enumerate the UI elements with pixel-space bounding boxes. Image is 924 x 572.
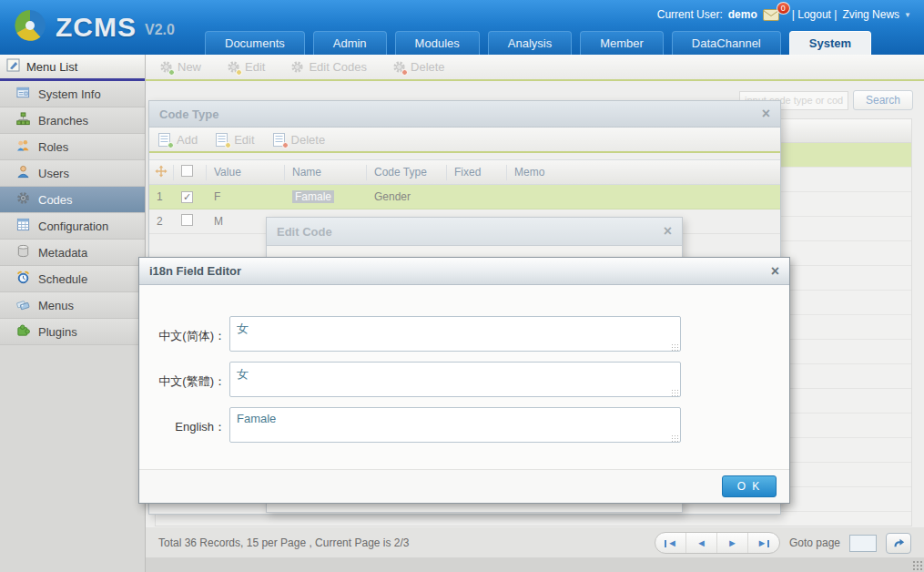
i18n-dialog-footer: O K xyxy=(139,469,789,503)
tab-modules[interactable]: Modules xyxy=(395,31,480,55)
sidebar-item-label: Menus xyxy=(38,299,74,312)
mail-count-badge: 0 xyxy=(777,2,790,15)
sidebar-item-users[interactable]: Users xyxy=(0,160,145,187)
menus-icon xyxy=(16,297,30,313)
zcms-logo-icon xyxy=(13,8,47,46)
records-summary: Total 36 Records, 15 per Page , Current … xyxy=(158,536,410,549)
tab-analysis[interactable]: Analysis xyxy=(488,31,572,55)
i18n-dialog-titlebar[interactable]: i18n Field Editor × xyxy=(139,258,789,285)
configuration-icon xyxy=(16,218,30,234)
sidebar-item-branches[interactable]: Branches xyxy=(0,107,145,134)
sidebar-title: Menu List xyxy=(26,60,77,74)
metadata-icon xyxy=(16,244,30,260)
status-bar: Total 36 Records, 15 per Page , Current … xyxy=(146,527,924,557)
zh-cn-label: 中文(简体)： xyxy=(139,328,226,344)
next-page-icon: ► xyxy=(727,537,737,548)
users-icon xyxy=(16,165,30,181)
sidebar-item-configuration[interactable]: Configuration xyxy=(0,213,145,240)
sidebar-item-system-info[interactable]: System Info xyxy=(0,81,145,107)
zh-tw-label: 中文(繁體)： xyxy=(139,373,226,390)
news-dropdown[interactable]: Zving News ▼ xyxy=(842,8,911,21)
sidebar-item-codes[interactable]: Codes xyxy=(0,187,145,213)
i18n-form: 中文(简体)： 女 中文(繁體)： 女 English： Famale xyxy=(139,285,789,469)
sidebar-item-schedule[interactable]: Schedule xyxy=(0,266,145,292)
go-arrow-icon xyxy=(893,538,905,548)
main-nav-tabs: Documents Admin Modules Analysis Member … xyxy=(205,31,871,55)
top-header: ZCMS V2.0 Current User: demo 0 | Logout … xyxy=(0,0,924,55)
sidebar: Menu List System Info Branches Roles Use… xyxy=(0,55,146,572)
sidebar-item-roles[interactable]: Roles xyxy=(0,134,145,160)
system-info-icon xyxy=(16,86,30,102)
next-page-button[interactable]: ► xyxy=(717,533,748,553)
goto-page-input[interactable] xyxy=(849,535,877,552)
sidebar-item-label: Schedule xyxy=(38,272,87,286)
i18n-field-editor-dialog: i18n Field Editor × 中文(简体)： 女 中文(繁體)： 女 … xyxy=(138,257,790,504)
menu-list-icon xyxy=(6,58,21,76)
sidebar-item-label: Roles xyxy=(38,140,68,154)
branches-icon xyxy=(16,112,30,128)
i18n-dialog-title: i18n Field Editor xyxy=(149,264,241,278)
tab-documents[interactable]: Documents xyxy=(205,31,305,55)
field-row-zh-cn: 中文(简体)： 女 xyxy=(139,316,789,355)
schedule-icon xyxy=(16,271,30,287)
sidebar-item-label: System Info xyxy=(38,87,101,101)
window-resize-grip[interactable] xyxy=(912,560,922,570)
codes-gear-icon xyxy=(16,191,30,208)
tab-datachannel[interactable]: DataChannel xyxy=(672,31,781,55)
sidebar-item-label: Codes xyxy=(38,193,73,207)
last-page-icon: ► xyxy=(757,537,767,548)
last-page-button[interactable]: ► xyxy=(748,533,779,553)
pagination: ◄ ◄ ► ► Goto page xyxy=(655,532,911,554)
i18n-close-icon[interactable]: × xyxy=(771,264,779,279)
ok-button[interactable]: O K xyxy=(722,475,777,497)
current-user-label: Current User: xyxy=(657,8,723,21)
sidebar-item-plugins[interactable]: Plugins xyxy=(0,319,145,345)
sidebar-item-label: Configuration xyxy=(38,220,108,233)
zcms-logo: ZCMS V2.0 xyxy=(13,8,175,46)
resize-grip-icon[interactable] xyxy=(671,434,678,442)
zcms-application-window: ZCMS V2.0 Current User: demo 0 | Logout … xyxy=(0,0,924,572)
tab-member[interactable]: Member xyxy=(580,31,664,55)
first-page-button[interactable]: ◄ xyxy=(655,533,686,553)
goto-page-label: Goto page xyxy=(789,536,840,549)
chevron-down-icon: ▼ xyxy=(904,11,911,19)
english-textarea[interactable]: Famale xyxy=(229,407,681,443)
bottom-strip xyxy=(146,557,924,572)
sidebar-item-metadata[interactable]: Metadata xyxy=(0,240,145,266)
zh-tw-textarea[interactable]: 女 xyxy=(229,362,681,397)
tab-admin[interactable]: Admin xyxy=(313,31,387,55)
field-row-zh-tw: 中文(繁體)： 女 xyxy=(139,362,789,401)
first-page-icon: ◄ xyxy=(667,537,677,548)
english-label: English： xyxy=(139,419,226,435)
sidebar-item-label: Metadata xyxy=(38,246,87,260)
current-user-name: demo xyxy=(728,8,757,21)
sidebar-item-menus[interactable]: Menus xyxy=(0,292,145,319)
logo-text: ZCMS xyxy=(56,12,137,43)
prev-page-icon: ◄ xyxy=(696,537,706,548)
user-bar: Current User: demo 0 | Logout | Zving Ne… xyxy=(657,7,911,22)
logo-version: V2.0 xyxy=(145,22,175,38)
sidebar-header: Menu List xyxy=(0,55,145,81)
resize-grip-icon[interactable] xyxy=(671,343,678,351)
pagination-buttons: ◄ ◄ ► ► xyxy=(655,532,780,554)
tab-system[interactable]: System xyxy=(789,31,871,55)
news-label: Zving News xyxy=(842,8,899,21)
sidebar-item-label: Branches xyxy=(38,114,88,128)
mail-icon[interactable]: 0 xyxy=(763,7,787,22)
zh-cn-textarea[interactable]: 女 xyxy=(229,316,681,352)
goto-page-go-button[interactable] xyxy=(886,533,911,554)
resize-grip-icon[interactable] xyxy=(671,389,678,396)
field-row-english: English： Famale xyxy=(139,407,789,446)
roles-icon xyxy=(16,138,30,155)
logout-link[interactable]: | Logout | xyxy=(792,8,838,21)
prev-page-button[interactable]: ◄ xyxy=(686,533,717,553)
plugins-icon xyxy=(16,323,30,340)
sidebar-item-label: Plugins xyxy=(38,325,77,339)
sidebar-item-label: Users xyxy=(38,167,69,180)
